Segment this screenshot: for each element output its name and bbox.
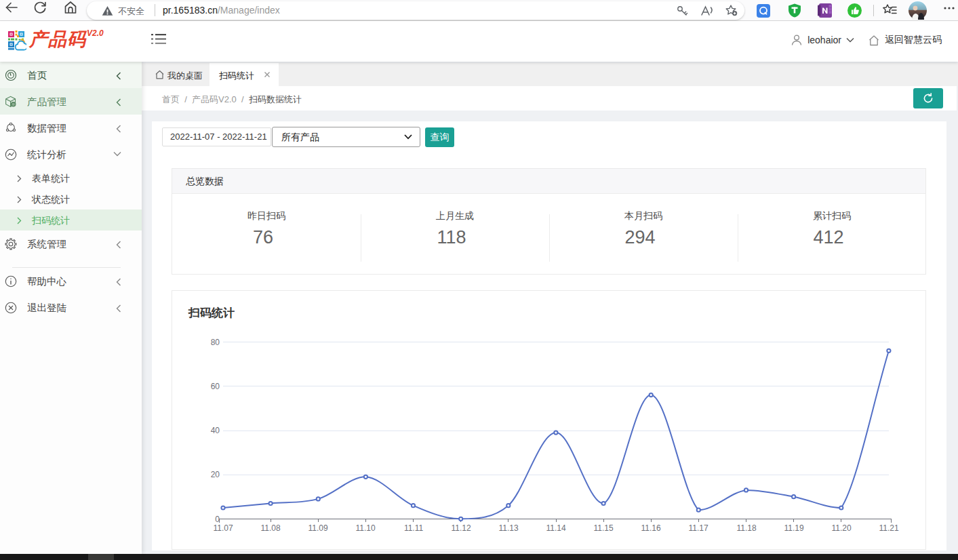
- svg-text:11.19: 11.19: [784, 523, 803, 533]
- svg-text:11.10: 11.10: [355, 523, 375, 533]
- svg-text:11.20: 11.20: [831, 523, 851, 533]
- svg-text:11.13: 11.13: [498, 523, 518, 533]
- svg-text:11.07: 11.07: [213, 523, 233, 533]
- svg-text:11.11: 11.11: [404, 523, 424, 533]
- svg-text:40: 40: [211, 426, 220, 435]
- svg-text:11.15: 11.15: [593, 523, 613, 533]
- svg-text:11.08: 11.08: [260, 523, 280, 533]
- svg-text:11.16: 11.16: [641, 523, 660, 533]
- svg-text:11.09: 11.09: [308, 523, 327, 533]
- svg-text:0: 0: [215, 515, 220, 524]
- svg-text:80: 80: [211, 338, 220, 347]
- svg-text:60: 60: [211, 382, 220, 391]
- svg-text:11.21: 11.21: [879, 523, 898, 533]
- svg-text:11.14: 11.14: [546, 523, 565, 533]
- svg-text:20: 20: [211, 470, 220, 479]
- svg-text:11.18: 11.18: [736, 523, 756, 533]
- svg-text:11.17: 11.17: [688, 523, 708, 533]
- svg-text:11.12: 11.12: [451, 523, 471, 533]
